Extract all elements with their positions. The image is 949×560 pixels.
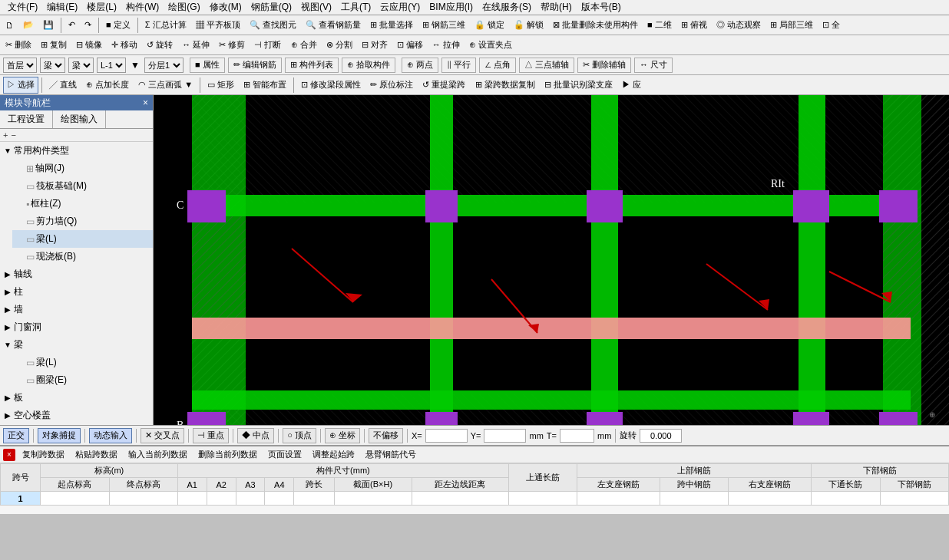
- tb-find-element[interactable]: 🔍 查找图元: [246, 17, 300, 34]
- tree-ring-beam[interactable]: ▭ 圈梁(E): [12, 373, 153, 387]
- tree-common-types[interactable]: ▼ 常用构件类型: [0, 143, 153, 158]
- tb-mirror[interactable]: ⊟ 镜像: [72, 37, 106, 54]
- parallel-btn[interactable]: ∥ 平行: [441, 58, 476, 73]
- midpoint-anchor-btn[interactable]: ⊣ 重点: [193, 428, 229, 443]
- tb-open[interactable]: 📂: [19, 17, 38, 34]
- tb-offset[interactable]: ⊡ 偏移: [393, 37, 427, 54]
- cell-a2-1[interactable]: [207, 492, 236, 506]
- tb-delete[interactable]: ✂ 删除: [2, 37, 35, 54]
- copy-span-data-btn[interactable]: ⊞ 梁跨数据复制: [471, 77, 539, 94]
- menu-help[interactable]: 帮助(H): [536, 1, 577, 14]
- menu-draw[interactable]: 绘图(G): [164, 1, 204, 14]
- tb-break[interactable]: ⊣ 打断: [250, 37, 285, 54]
- minus-icon[interactable]: −: [11, 130, 15, 140]
- batch-id-support-btn[interactable]: ⊟ 批量识别梁支座: [541, 77, 617, 94]
- menu-floor[interactable]: 楼层(L): [82, 1, 121, 14]
- modify-beam-seg-btn[interactable]: ⊡ 修改梁段属性: [297, 77, 365, 94]
- vertex-btn[interactable]: ○ 顶点: [283, 428, 316, 443]
- tb-merge[interactable]: ⊕ 合并: [287, 37, 321, 54]
- menu-tools[interactable]: 工具(T): [336, 1, 375, 14]
- tb-batch-delete[interactable]: ⊠ 批量删除未使用构件: [549, 17, 642, 34]
- tb-extend[interactable]: ↔ 延伸: [178, 37, 213, 54]
- tree-door-window[interactable]: ▶ 门窗洞: [0, 320, 153, 334]
- tb-unlock[interactable]: 🔓 解锁: [510, 17, 547, 34]
- tb-batch-select[interactable]: ⊞ 批量选择: [366, 17, 417, 34]
- dimension-btn[interactable]: ↔ 尺寸: [634, 58, 673, 73]
- cad-canvas-area[interactable]: C B RIt ⊕: [154, 95, 949, 425]
- delete-axis-btn[interactable]: ✂ 删除辅轴: [577, 58, 631, 73]
- panel-close-btn[interactable]: ×: [143, 97, 148, 108]
- cell-mid-span-1[interactable]: [660, 492, 729, 506]
- menu-modify[interactable]: 修改(M): [205, 1, 246, 14]
- x-input[interactable]: [425, 429, 468, 443]
- menu-online[interactable]: 在线服务(S): [478, 1, 536, 14]
- paste-span-btn[interactable]: 粘贴跨数据: [71, 448, 121, 462]
- prop-btn[interactable]: ■ 属性: [190, 58, 225, 73]
- point-angle-btn[interactable]: ∠ 点角: [479, 58, 516, 73]
- snap-btn[interactable]: 对象捕捉: [38, 428, 81, 443]
- rect-tool-btn[interactable]: ▭ 矩形: [203, 77, 238, 94]
- tb-view-rebar[interactable]: 🔍 查看钢筋量: [302, 17, 365, 34]
- tree-raft-foundation[interactable]: ▭ 筏板基础(M): [12, 179, 153, 193]
- line-tool-btn[interactable]: ╱ 直线: [45, 77, 81, 94]
- menu-rebar-qty[interactable]: 钢筋量(Q): [246, 1, 296, 14]
- component-type-select[interactable]: 梁: [40, 58, 65, 73]
- no-offset-btn[interactable]: 不偏移: [369, 428, 403, 443]
- two-point-btn[interactable]: ⊕ 两点: [402, 58, 438, 73]
- tb-copy[interactable]: ⊞ 复制: [37, 37, 71, 54]
- tree-beam[interactable]: ▭ 梁(L): [12, 232, 153, 246]
- cell-left-dist-1[interactable]: [412, 492, 508, 506]
- tb-trim[interactable]: ✂ 修剪: [215, 37, 249, 54]
- delete-col-btn[interactable]: 删除当前列数据: [194, 448, 261, 462]
- cell-section-1[interactable]: [334, 492, 412, 506]
- menu-bim[interactable]: BIM应用(I): [425, 1, 478, 14]
- cell-end-elev-1[interactable]: [109, 492, 177, 506]
- tree-cast-slab[interactable]: ▭ 现浇板(B): [12, 249, 153, 264]
- edit-rebar-btn[interactable]: ✏ 编辑钢筋: [228, 58, 282, 73]
- project-settings-link[interactable]: 工程设置: [0, 110, 53, 128]
- cell-a4-1[interactable]: [265, 492, 294, 506]
- tb-define[interactable]: ■ 定义: [102, 17, 134, 34]
- midpoint-btn[interactable]: ◆ 中点: [237, 428, 274, 443]
- cell-top-through-1[interactable]: [509, 492, 577, 506]
- rotation-input[interactable]: [640, 429, 682, 443]
- menu-version[interactable]: 版本号(B): [577, 1, 626, 14]
- tree-plate[interactable]: ▶ 板: [0, 390, 153, 405]
- component-name-select[interactable]: 梁: [68, 58, 94, 73]
- tb-redo[interactable]: ↷: [81, 17, 95, 34]
- tb-stretch[interactable]: ↔ 拉伸: [428, 37, 464, 54]
- draw-input-link[interactable]: 绘图输入: [53, 110, 106, 128]
- tb-overlay-view[interactable]: ⊞ 俯视: [677, 17, 711, 34]
- component-value-select[interactable]: L-1: [97, 58, 126, 73]
- bottom-close-btn[interactable]: ×: [3, 449, 15, 461]
- tb-split[interactable]: ⊗ 分割: [322, 37, 356, 54]
- adjust-start-span-btn[interactable]: 调整起始跨: [309, 448, 359, 462]
- tree-frame-column[interactable]: ▪ 框柱(Z): [12, 196, 153, 211]
- cell-span-len-1[interactable]: [294, 492, 334, 506]
- add-icon[interactable]: +: [3, 130, 8, 140]
- select-tool-btn[interactable]: ▷ 选择: [3, 77, 38, 94]
- tb-local-3d[interactable]: ⊞ 局部三维: [766, 17, 817, 34]
- re-extract-span-btn[interactable]: ↺ 重提梁跨: [418, 77, 469, 94]
- in-place-mark-btn[interactable]: ✏ 原位标注: [366, 77, 417, 94]
- tree-wall[interactable]: ▶ 墙: [0, 302, 153, 317]
- sublayer-select[interactable]: 分层1: [144, 58, 184, 73]
- cell-a3-1[interactable]: [236, 492, 265, 506]
- tree-shear-wall[interactable]: ▭ 剪力墙(Q): [12, 214, 153, 229]
- smart-place-btn[interactable]: ⊞ 智能布置: [240, 77, 290, 94]
- cell-bottom-rebar-1[interactable]: [880, 492, 948, 506]
- tb-align[interactable]: ⊟ 对齐: [358, 37, 392, 54]
- tb-new[interactable]: 🗋: [2, 17, 18, 34]
- tb-setpoint[interactable]: ⊕ 设置夹点: [465, 37, 516, 54]
- intersection-btn[interactable]: ✕ 交叉点: [141, 428, 184, 443]
- cell-right-support-1[interactable]: [729, 492, 812, 506]
- tree-beam-group[interactable]: ▼ 梁: [0, 338, 153, 352]
- menu-file[interactable]: 文件(F): [3, 1, 42, 14]
- menu-component[interactable]: 构件(W): [121, 1, 164, 14]
- ortho-btn[interactable]: 正交: [3, 428, 29, 443]
- tree-beam-l[interactable]: ▭ 梁(L): [12, 355, 153, 370]
- coord-btn[interactable]: ⊕ 坐标: [325, 428, 360, 443]
- tb-move[interactable]: ✛ 移动: [107, 37, 141, 54]
- arc-tool-btn[interactable]: ◠ 三点画弧 ▼: [134, 77, 197, 94]
- pick-component-btn[interactable]: ⊕ 拾取构件: [342, 58, 395, 73]
